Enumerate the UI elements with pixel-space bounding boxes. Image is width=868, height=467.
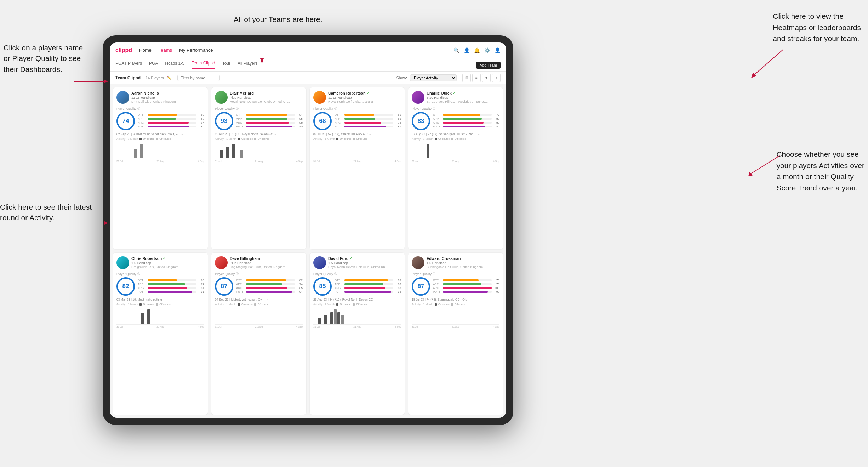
chart-bar [141, 313, 144, 324]
player-card[interactable]: Chris Robertson✓ 1·5 Handicap Craigmilla… [113, 252, 208, 415]
search-icon[interactable]: 🔍 [453, 47, 459, 53]
chart-dates: 31 Jul21 Aug4 Sep [116, 325, 204, 328]
player-name[interactable]: Blair McHarg [230, 91, 303, 95]
stat-label: APP [138, 117, 146, 120]
tab-team-clippd[interactable]: Team Clippd [192, 61, 215, 69]
nav-link-teams[interactable]: Teams [159, 47, 172, 53]
player-name[interactable]: Edward Crossman [427, 256, 499, 261]
activity-label: Activity · 1 Month On course Off course [215, 303, 303, 306]
recent-round[interactable]: 03 Mar 23 | 19, Must make putting → [116, 298, 204, 301]
player-card[interactable]: David Ford✓ 1·5 Handicap Royal North Dev… [309, 252, 405, 415]
stat-bar-bg [148, 114, 196, 116]
recent-round[interactable]: 02 Sep 23 | Sunset round to get back int… [116, 132, 204, 136]
stat-value: 75 [395, 121, 401, 124]
ipad-screen: clippd Home Teams My Performance 🔍 👤 🔔 ⚙… [110, 42, 506, 418]
settings-icon[interactable]: ⚙️ [484, 47, 490, 53]
annotation-top-center: All of your Teams are here. [234, 14, 322, 25]
chart-bar [240, 150, 243, 158]
player-club: Sog Maging Golf Club, United Kingdom [230, 265, 303, 269]
add-team-button[interactable]: Add Team [476, 62, 501, 69]
stats-col: OTT 84 APP 85 ARG 88 PUTT 9 [236, 113, 303, 129]
chart-area [313, 307, 401, 325]
quality-help-icon[interactable]: ⓘ [137, 107, 140, 110]
tab-hcaps[interactable]: Hcaps 1-5 [165, 61, 184, 69]
chart-bar [232, 144, 235, 158]
stat-bar-fill [246, 279, 286, 281]
stat-row: APP 63 [335, 117, 401, 120]
player-handicap: 1·5 Handicap [131, 261, 204, 265]
nav-link-home[interactable]: Home [139, 47, 152, 53]
player-name[interactable]: Cameron Robertson✓ [328, 91, 401, 95]
recent-round[interactable]: 02 Jul 23 | 59 (+17), Craigmillar Park G… [313, 132, 401, 136]
stat-bar-bg [443, 287, 492, 289]
player-name[interactable]: Aaron Nicholls [131, 91, 204, 95]
player-name[interactable]: Dave Billingham [230, 256, 303, 261]
player-name[interactable]: Chris Robertson✓ [131, 256, 204, 261]
quality-help-icon[interactable]: ⓘ [433, 107, 435, 110]
stat-bar-bg [148, 287, 196, 289]
stat-value: 103 [493, 286, 499, 290]
quality-circle[interactable]: 87 [215, 277, 233, 296]
player-info: Dave Billingham Plus Handicap Sog Maging… [230, 256, 303, 269]
recent-round[interactable]: 04 Sep 23 | Mobility with coach, Gym → [215, 298, 303, 301]
user-icon[interactable]: 👤 [464, 47, 470, 53]
nav-logo[interactable]: clippd [115, 47, 132, 53]
quality-help-icon[interactable]: ⓘ [334, 107, 337, 110]
player-handicap: 11·15 Handicap [131, 96, 204, 99]
recent-round[interactable]: 26 Aug 23 | 73 (+1), Royal North Devon G… [215, 132, 303, 136]
bell-icon[interactable]: 🔔 [474, 47, 480, 53]
grid-view-button[interactable]: ⊞ [462, 74, 471, 82]
show-select[interactable]: Player Activity Quality Score Trend [410, 74, 457, 81]
avatar-icon[interactable]: 👤 [495, 47, 501, 53]
quality-help-icon[interactable]: ⓘ [236, 272, 239, 276]
quality-circle[interactable]: 74 [116, 112, 135, 130]
stat-value: 60 [198, 279, 204, 282]
quality-help-icon[interactable]: ⓘ [137, 272, 140, 276]
stat-bar-fill [344, 122, 381, 124]
quality-circle[interactable]: 83 [412, 112, 430, 130]
activity-section: Activity · 1 Month On course Off course … [215, 137, 303, 163]
player-card[interactable]: Aaron Nicholls 11·15 Handicap Drift Golf… [113, 87, 208, 250]
quality-row: 87 OTT 82 APP 74 ARG 85 PUTT [215, 277, 303, 296]
player-card[interactable]: Blair McHarg Plus Handicap Royal North D… [211, 87, 307, 250]
stat-bar-bg [443, 291, 492, 293]
off-course-legend [254, 303, 256, 306]
player-card[interactable]: Edward Crossman 1·5 Handicap Sunningdale… [408, 252, 503, 415]
stat-label: APP [138, 283, 146, 286]
player-card[interactable]: Cameron Robertson✓ 11·15 Handicap Royal … [309, 87, 405, 250]
stat-label: PUTT [236, 125, 245, 128]
stat-value: 85 [296, 286, 303, 290]
recent-round[interactable]: 07 Aug 23 | 77 (+7), St George's Hill GC… [412, 132, 499, 136]
tab-pga[interactable]: PGA [149, 61, 158, 69]
stat-value: 80 [493, 117, 499, 120]
quality-help-icon[interactable]: ⓘ [433, 272, 435, 276]
stat-bar-fill [344, 118, 375, 120]
quality-circle[interactable]: 93 [215, 112, 233, 130]
player-card[interactable]: Charlie Quick✓ 6·10 Handicap St. George'… [408, 87, 503, 250]
off-course-label: Off course [159, 303, 171, 306]
quality-circle[interactable]: 68 [313, 112, 332, 130]
chart-dates: 31 Jul21 Aug4 Sep [412, 160, 499, 163]
quality-circle[interactable]: 85 [313, 277, 332, 296]
quality-circle[interactable]: 87 [412, 277, 430, 296]
player-card[interactable]: Dave Billingham Plus Handicap Sog Maging… [211, 252, 307, 415]
list-view-button[interactable]: ≡ [472, 74, 481, 82]
player-name[interactable]: David Ford✓ [328, 256, 401, 261]
recent-round[interactable]: 18 Jul 23 | 74 (+4), Sunningdale GC - Ol… [412, 298, 499, 301]
tab-pgat[interactable]: PGAT Players [115, 61, 142, 69]
filter-button[interactable]: ▼ [482, 74, 491, 82]
recent-round[interactable]: 26 Aug 23 | 84 (+12), Royal North Devon … [313, 298, 401, 301]
quality-help-icon[interactable]: ⓘ [236, 107, 239, 110]
stat-label: PUTT [433, 125, 441, 128]
stat-bar-fill [344, 291, 391, 293]
quality-help-icon[interactable]: ⓘ [334, 272, 337, 276]
activity-section: Activity · 1 Month On course Off course … [313, 137, 401, 163]
on-course-label: On course [438, 138, 450, 140]
svg-marker-1 [260, 58, 264, 64]
edit-icon[interactable]: ✏️ [167, 76, 171, 80]
sort-button[interactable]: ↕ [492, 74, 501, 82]
nav-link-myperformance[interactable]: My Performance [179, 47, 213, 53]
player-name[interactable]: Charlie Quick✓ [427, 91, 499, 95]
filter-input[interactable] [177, 75, 220, 81]
quality-circle[interactable]: 82 [116, 277, 135, 296]
